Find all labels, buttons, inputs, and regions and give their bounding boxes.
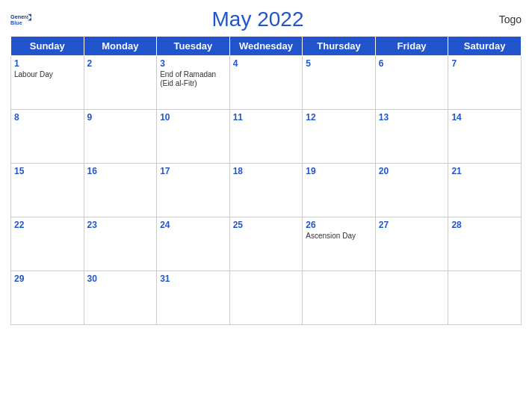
calendar-wrapper: General Blue May 2022 Togo Sunday Monday… bbox=[0, 0, 532, 411]
weekday-header-row: Sunday Monday Tuesday Wednesday Thursday… bbox=[11, 37, 522, 56]
calendar-cell: 22 bbox=[11, 217, 84, 271]
calendar-cell: 19 bbox=[303, 164, 376, 217]
day-number: 16 bbox=[87, 166, 154, 176]
general-blue-logo-icon: General Blue bbox=[10, 13, 31, 26]
month-title: May 2022 bbox=[31, 7, 484, 31]
day-number: 27 bbox=[379, 220, 445, 230]
day-number: 25 bbox=[233, 220, 300, 230]
country-label: Togo bbox=[484, 13, 522, 25]
calendar-cell: 27 bbox=[375, 217, 448, 271]
day-number: 18 bbox=[233, 166, 300, 176]
calendar-cell bbox=[303, 271, 376, 325]
calendar-week-row: 891011121314 bbox=[11, 110, 522, 164]
header-friday: Friday bbox=[375, 37, 448, 56]
calendar-cell: 17 bbox=[157, 164, 230, 217]
day-number: 17 bbox=[160, 166, 226, 176]
day-number: 2 bbox=[87, 58, 154, 69]
calendar-cell: 14 bbox=[448, 110, 522, 164]
calendar-cell: 10 bbox=[157, 110, 230, 164]
day-number: 22 bbox=[14, 220, 81, 230]
day-number: 24 bbox=[160, 220, 226, 230]
day-number: 30 bbox=[87, 274, 154, 284]
calendar-cell: 16 bbox=[84, 164, 157, 217]
calendar-cell: 6 bbox=[375, 56, 448, 110]
day-number: 21 bbox=[451, 166, 518, 176]
day-number: 14 bbox=[451, 112, 518, 123]
calendar-cell: 4 bbox=[229, 56, 303, 110]
calendar-week-row: 293031 bbox=[11, 271, 522, 325]
day-number: 29 bbox=[14, 274, 81, 284]
calendar-week-row: 1Labour Day23End of Ramadan (Eid al-Fitr… bbox=[11, 56, 522, 110]
day-number: 28 bbox=[451, 220, 518, 230]
calendar-week-row: 15161718192021 bbox=[11, 164, 522, 217]
day-number: 1 bbox=[14, 58, 81, 69]
calendar-cell bbox=[448, 271, 522, 325]
day-number: 5 bbox=[306, 58, 372, 69]
day-number: 11 bbox=[233, 112, 300, 123]
day-number: 26 bbox=[306, 220, 372, 230]
header-saturday: Saturday bbox=[448, 37, 522, 56]
calendar-cell: 8 bbox=[11, 110, 84, 164]
day-number: 31 bbox=[160, 274, 226, 284]
header-tuesday: Tuesday bbox=[157, 37, 230, 56]
header-row: General Blue May 2022 Togo bbox=[10, 7, 522, 31]
calendar-cell: 29 bbox=[11, 271, 84, 325]
day-number: 12 bbox=[306, 112, 372, 123]
header-wednesday: Wednesday bbox=[229, 37, 303, 56]
calendar-cell: 5 bbox=[303, 56, 376, 110]
calendar-cell: 3End of Ramadan (Eid al-Fitr) bbox=[157, 56, 230, 110]
header-sunday: Sunday bbox=[11, 37, 84, 56]
holiday-text: End of Ramadan (Eid al-Fitr) bbox=[160, 70, 226, 88]
calendar-cell: 21 bbox=[448, 164, 522, 217]
holiday-text: Labour Day bbox=[14, 70, 81, 79]
logo-area: General Blue bbox=[10, 13, 31, 26]
calendar-cell: 7 bbox=[448, 56, 522, 110]
day-number: 6 bbox=[379, 58, 445, 69]
calendar-cell: 18 bbox=[229, 164, 303, 217]
calendar-table: Sunday Monday Tuesday Wednesday Thursday… bbox=[10, 36, 522, 325]
calendar-cell bbox=[375, 271, 448, 325]
day-number: 8 bbox=[14, 112, 81, 123]
day-number: 4 bbox=[233, 58, 300, 69]
day-number: 10 bbox=[160, 112, 226, 123]
day-number: 15 bbox=[14, 166, 81, 176]
calendar-cell: 13 bbox=[375, 110, 448, 164]
calendar-cell: 20 bbox=[375, 164, 448, 217]
header-monday: Monday bbox=[84, 37, 157, 56]
day-number: 3 bbox=[160, 58, 226, 69]
calendar-cell: 12 bbox=[303, 110, 376, 164]
calendar-cell: 30 bbox=[84, 271, 157, 325]
svg-text:Blue: Blue bbox=[10, 19, 22, 26]
day-number: 9 bbox=[87, 112, 154, 123]
day-number: 19 bbox=[306, 166, 372, 176]
day-number: 23 bbox=[87, 220, 154, 230]
calendar-cell: 26Ascension Day bbox=[303, 217, 376, 271]
calendar-cell: 15 bbox=[11, 164, 84, 217]
calendar-cell: 24 bbox=[157, 217, 230, 271]
calendar-cell: 2 bbox=[84, 56, 157, 110]
day-number: 13 bbox=[379, 112, 445, 123]
calendar-cell: 25 bbox=[229, 217, 303, 271]
day-number: 7 bbox=[451, 58, 518, 69]
day-number: 20 bbox=[379, 166, 445, 176]
calendar-cell: 9 bbox=[84, 110, 157, 164]
holiday-text: Ascension Day bbox=[306, 232, 372, 241]
calendar-cell: 11 bbox=[229, 110, 303, 164]
calendar-cell: 28 bbox=[448, 217, 522, 271]
calendar-cell: 31 bbox=[157, 271, 230, 325]
calendar-cell: 1Labour Day bbox=[11, 56, 84, 110]
calendar-week-row: 2223242526Ascension Day2728 bbox=[11, 217, 522, 271]
calendar-cell bbox=[229, 271, 303, 325]
calendar-cell: 23 bbox=[84, 217, 157, 271]
header-thursday: Thursday bbox=[303, 37, 376, 56]
